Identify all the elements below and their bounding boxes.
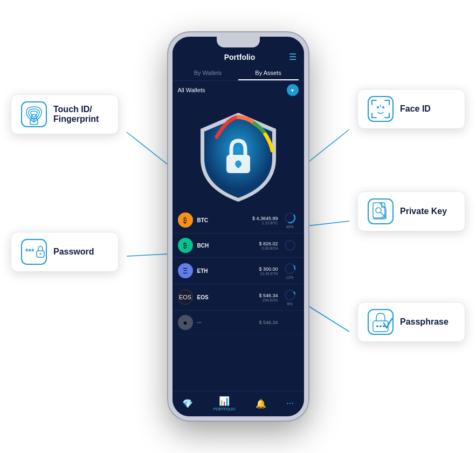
face-id-label: Face ID (400, 104, 431, 114)
touch-id-label: Touch ID/Fingerprint (53, 105, 99, 124)
portfolio-nav-label: PORTFOLIO (213, 407, 235, 411)
svg-point-13 (285, 264, 295, 273)
btc-value: $ 4,3645.89 1.23 BTC (252, 216, 278, 225)
crypto-item-eos[interactable]: EOS EOS $ 546.34 234 EOS 6% (173, 284, 304, 311)
svg-point-23 (40, 253, 42, 255)
eth-amount: 12.45 ETH (259, 272, 278, 276)
other-info: ··· (197, 320, 259, 326)
eos-info: EOS (197, 294, 259, 300)
other-symbol: ··· (197, 320, 259, 326)
bch-pct (281, 239, 299, 252)
private-key-card: Private Key (357, 191, 465, 231)
eos-usd: $ 546.34 (259, 293, 278, 298)
private-key-label: Private Key (400, 207, 447, 216)
scene: Portfolio ☰ By Wallets By Assets All Wal… (0, 0, 476, 453)
dropdown-button[interactable]: ▾ (287, 84, 299, 96)
other-value: $ 546.34 (259, 320, 278, 325)
eth-info: ETH (197, 268, 259, 274)
svg-point-15 (285, 290, 295, 300)
face-id-card: Face ID (357, 89, 465, 129)
shield-section (173, 99, 304, 207)
svg-point-37 (380, 325, 382, 327)
face-id-icon (368, 96, 394, 122)
btc-usd: $ 4,3645.89 (252, 216, 278, 221)
gem-icon: 💎 (182, 399, 193, 409)
crypto-item-bch[interactable]: ₿ BCH $ 826.02 0.09 BCH (173, 234, 304, 258)
eth-usd: $ 300.00 (259, 266, 278, 272)
eth-icon: Ξ (178, 263, 193, 278)
password-label: Password (53, 247, 94, 257)
nav-item-bell[interactable]: 🔔 (256, 399, 266, 409)
svg-text:***: *** (25, 247, 35, 256)
bch-icon: ₿ (178, 238, 193, 253)
phone: Portfolio ☰ By Wallets By Assets All Wal… (168, 32, 308, 421)
eos-icon: EOS (178, 290, 193, 305)
wallet-dropdown[interactable]: All Wallets ▾ (173, 81, 304, 99)
svg-point-26 (382, 106, 384, 108)
passphrase-icon (368, 309, 394, 335)
svg-line-33 (382, 216, 383, 217)
eos-pct: 6% (281, 289, 299, 306)
svg-point-12 (285, 241, 295, 250)
eos-symbol: EOS (197, 294, 259, 300)
svg-point-25 (377, 106, 379, 108)
tabs: By Wallets By Assets (173, 65, 304, 81)
tab-by-wallets[interactable]: By Wallets (178, 65, 238, 80)
portfolio-icon: 📊 (219, 396, 230, 406)
btc-pct: 40% (281, 211, 299, 229)
touch-id-card: Touch ID/Fingerprint (11, 94, 119, 134)
app-header: Portfolio ☰ (173, 47, 304, 65)
private-key-icon (368, 198, 394, 224)
phone-notch (217, 37, 260, 47)
eth-symbol: ETH (197, 268, 259, 274)
bch-symbol: BCH (197, 243, 259, 249)
bch-amount: 0.09 BCH (259, 246, 278, 250)
nav-item-more[interactable]: ··· (286, 399, 293, 408)
more-icon: ··· (286, 399, 293, 408)
btc-amount: 1.23 BTC (252, 221, 278, 225)
crypto-list: ₿ BTC $ 4,3645.89 1.23 BTC 40% (173, 207, 304, 391)
eth-pct: 12% (281, 262, 299, 279)
svg-point-36 (376, 325, 378, 327)
bch-value: $ 826.02 0.09 BCH (259, 241, 278, 250)
other-usd: $ 546.34 (259, 320, 278, 325)
btc-info: BTC (197, 217, 252, 223)
btc-icon: ₿ (178, 212, 193, 228)
passphrase-card: Passphrase (357, 302, 465, 342)
menu-icon[interactable]: ☰ (289, 52, 296, 62)
btc-symbol: BTC (197, 217, 252, 223)
svg-point-19 (33, 120, 35, 122)
nav-item-gem[interactable]: 💎 (182, 399, 193, 409)
eth-value: $ 300.00 12.45 ETH (259, 266, 278, 276)
nav-item-portfolio[interactable]: 📊 PORTFOLIO (213, 396, 235, 411)
svg-line-4 (302, 302, 349, 332)
bch-usd: $ 826.02 (259, 241, 278, 246)
tab-by-assets[interactable]: By Assets (238, 65, 299, 80)
shield-icon (195, 107, 281, 204)
eos-amount: 234 EOS (259, 298, 278, 302)
svg-line-3 (302, 221, 349, 226)
passphrase-label: Passphrase (400, 317, 449, 327)
bch-info: BCH (197, 243, 259, 249)
bottom-nav: 💎 📊 PORTFOLIO 🔔 ··· (173, 391, 304, 416)
eos-value: $ 546.34 234 EOS (259, 293, 278, 302)
crypto-item-btc[interactable]: ₿ BTC $ 4,3645.89 1.23 BTC 40% (173, 207, 304, 234)
wallet-dropdown-label: All Wallets (178, 87, 205, 93)
phone-inner: Portfolio ☰ By Wallets By Assets All Wal… (173, 47, 304, 416)
svg-rect-9 (237, 163, 239, 168)
touch-id-icon (21, 101, 47, 127)
svg-rect-29 (373, 203, 385, 218)
crypto-item-other[interactable]: ● ··· $ 546.34 (173, 311, 304, 335)
password-icon: *** (21, 239, 47, 265)
svg-line-2 (302, 129, 349, 167)
app-title: Portfolio (191, 53, 289, 61)
password-card: *** Password (11, 232, 119, 272)
bell-icon: 🔔 (256, 399, 266, 409)
crypto-item-eth[interactable]: Ξ ETH $ 300.00 12.45 ETH 12% (173, 258, 304, 284)
other-icon: ● (178, 315, 193, 330)
